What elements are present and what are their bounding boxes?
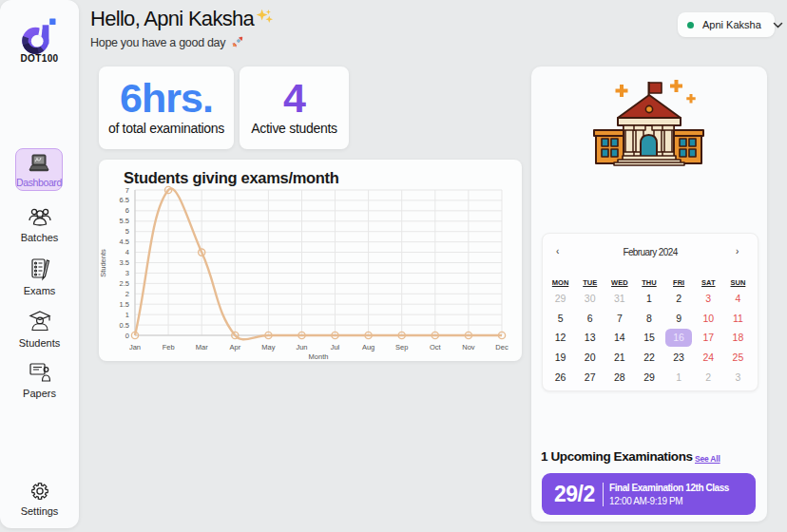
svg-text:6.5: 6.5	[120, 196, 129, 204]
svg-text:2: 2	[125, 290, 129, 298]
svg-text:7: 7	[125, 186, 129, 195]
svg-text:5.5: 5.5	[120, 217, 129, 225]
svg-text:3: 3	[125, 269, 129, 277]
svg-text:3.5: 3.5	[120, 258, 129, 267]
svg-text:2.5: 2.5	[120, 279, 129, 288]
svg-text:Nov: Nov	[462, 343, 475, 352]
svg-text:1.5: 1.5	[120, 300, 129, 309]
svg-text:0: 0	[125, 332, 129, 340]
svg-text:Jul: Jul	[331, 343, 340, 352]
svg-text:Oct: Oct	[430, 343, 442, 352]
svg-text:Aug: Aug	[362, 343, 374, 352]
svg-text:Dec: Dec	[495, 343, 509, 352]
svg-text:Apr: Apr	[229, 343, 240, 352]
svg-text:Sep: Sep	[395, 343, 408, 352]
svg-text:Students: Students	[99, 249, 107, 277]
svg-text:May: May	[261, 343, 275, 352]
svg-text:Mar: Mar	[196, 343, 208, 352]
svg-text:Jan: Jan	[129, 343, 141, 352]
svg-text:Month: Month	[309, 352, 329, 361]
svg-text:0.5: 0.5	[120, 321, 129, 330]
svg-text:5: 5	[125, 227, 129, 236]
svg-text:Feb: Feb	[163, 343, 175, 352]
svg-text:6: 6	[125, 206, 129, 215]
svg-text:4: 4	[125, 248, 129, 256]
svg-text:4.5: 4.5	[120, 238, 129, 246]
svg-text:Jun: Jun	[296, 343, 307, 352]
svg-text:1: 1	[125, 311, 129, 319]
